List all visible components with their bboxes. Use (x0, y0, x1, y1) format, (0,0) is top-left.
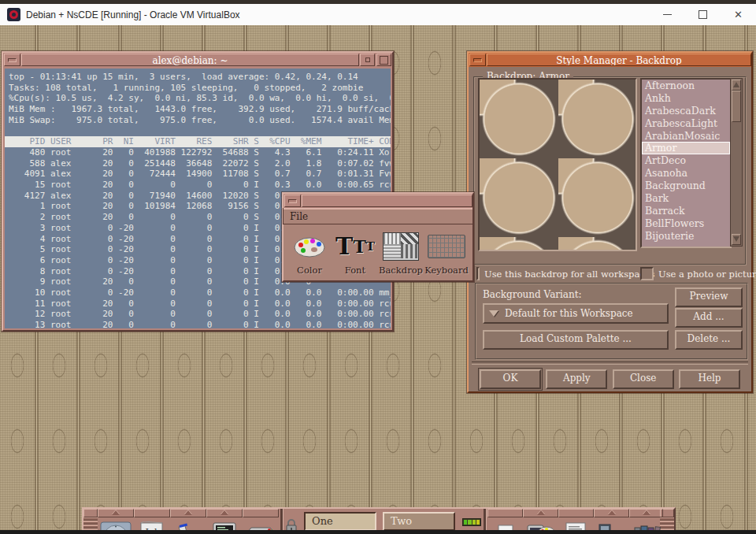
keyboard-launcher[interactable]: Keyboard (424, 231, 469, 276)
load-bar (476, 520, 480, 525)
add-button[interactable]: Add ... (675, 308, 743, 328)
vbox-titlebar[interactable]: Debian + NsCDE [Running] - Oracle VM Vir… (0, 4, 756, 26)
backdrop-list[interactable]: AfternoonAnkhArabescaDarkArabescaLightAr… (640, 78, 732, 248)
subpanel-tab-style[interactable] (523, 509, 558, 517)
vbox-window-title: Debian + NsCDE [Running] - Oracle VM Vir… (26, 9, 240, 20)
backdrop-list-item[interactable]: Bark (642, 192, 730, 205)
top-summary-line: MiB Mem : 1967.3 total, 1443.0 free, 392… (9, 104, 391, 115)
file-menu[interactable]: File (284, 211, 314, 222)
backdrop-list-item[interactable]: Background (642, 180, 730, 192)
subpanel-up-arrow-icon (643, 510, 650, 515)
backdrop-list-item[interactable]: Ankh (642, 92, 730, 105)
backdrop-list-item[interactable]: Armor (642, 142, 730, 154)
subpanel-tab-mail[interactable] (243, 509, 279, 517)
workspace-button-one[interactable]: One (304, 512, 376, 531)
backdrop-icon (383, 231, 419, 262)
iconify-button[interactable] (360, 54, 375, 66)
process-table-header: PID USER PR NI VIRT RES SHR S %CPU %MEM … (5, 136, 391, 147)
backdrop-list-item[interactable]: Bijouterie (642, 230, 730, 243)
backdrop-list-item[interactable]: Barrack (642, 205, 730, 217)
dialog-separator (472, 362, 748, 365)
window-menu-button[interactable] (469, 54, 486, 66)
top-summary-line: top - 01:13:41 up 15 min, 3 users, load … (9, 72, 391, 83)
color-launcher[interactable]: Color (287, 231, 332, 276)
style-manager-titlebar[interactable]: Style Manager - Backdrop (469, 53, 751, 67)
variant-groupbox: Background Variant: Default for this Wor… (475, 283, 748, 360)
process-row: 13 root 20 0 0 0 0 I 0.0 0.0 0:00.00 rcu… (9, 320, 391, 328)
process-row: 588 alex 20 0 251448 36648 22072 S 2.0 1… (9, 158, 391, 169)
terminal-titlebar[interactable]: alex@debian: ~ (3, 53, 392, 67)
font-icon: TTT (335, 231, 375, 262)
subpanel-tab-media[interactable] (594, 509, 629, 517)
subpanel-tab-terminal[interactable] (206, 509, 243, 517)
terminal-title: alex@debian: ~ (21, 54, 359, 66)
font-launcher[interactable]: TTT Font (333, 231, 377, 276)
load-bar (468, 520, 471, 525)
window-menu-button[interactable] (284, 195, 301, 207)
process-row: 10 root 0 -20 0 0 0 I 0.0 0.0 0:00.00 mm… (9, 287, 391, 299)
variant-dropdown[interactable]: Default for this Workspace (483, 303, 669, 324)
scrollbar-thumb[interactable] (732, 91, 741, 122)
checkbox-box[interactable] (476, 267, 480, 280)
backdrop-list-item[interactable]: Afternoon (642, 80, 730, 92)
subpanel-up-arrow-icon (184, 510, 192, 515)
file-window-titlebar[interactable] (284, 194, 472, 208)
maximize-button[interactable] (685, 4, 721, 25)
subpanel-up-arrow-icon (220, 510, 228, 515)
close-button[interactable]: ✕ (721, 4, 756, 25)
load-bar (464, 520, 467, 525)
backdrop-list-item[interactable]: ArabescaDark (642, 105, 730, 117)
close-button[interactable]: Close (613, 369, 674, 389)
subpanel-up-arrow-icon (112, 510, 120, 515)
checkbox-box[interactable] (640, 267, 654, 280)
maximize-icon (699, 10, 707, 19)
virtualbox-window: Debian + NsCDE [Running] - Oracle VM Vir… (0, 0, 756, 534)
backdrop-preview-armor (478, 78, 637, 251)
minimize-icon (663, 14, 672, 15)
top-summary-line: MiB Swap: 975.0 total, 975.0 free, 0.0 u… (9, 115, 391, 126)
subpanel-tab-calendar[interactable] (134, 509, 170, 517)
subpanel-tab-help[interactable] (629, 509, 663, 517)
backdrop-list-item[interactable]: BellFlowers (642, 217, 730, 230)
backdrop-list-item[interactable]: ArtDeco (642, 154, 730, 167)
subpanel-tab-files[interactable] (170, 509, 206, 517)
subpanel-up-arrow-icon (537, 510, 545, 515)
backdrop-list-item[interactable]: ArabianMosaic (642, 130, 730, 143)
ok-button[interactable]: OK (480, 369, 541, 389)
backdrop-launcher[interactable]: Backdrop (379, 231, 423, 276)
process-row: 15 root 20 0 0 0 0 I 0.3 0.0 0:00.65 rcu… (9, 180, 391, 191)
window-menu-icon (288, 199, 297, 203)
panel-menu-button[interactable] (83, 509, 98, 517)
subpanel-tab-editor[interactable] (558, 509, 594, 517)
backdrop-list-scrollbar[interactable] (730, 78, 743, 247)
preview-button[interactable]: Preview (675, 287, 743, 307)
subpanel-tab-clock[interactable] (98, 509, 134, 517)
backdrop-list-item[interactable]: Asanoha (642, 167, 730, 180)
process-row: 4091 alex 20 0 72444 14900 11708 S 0.7 0… (9, 169, 391, 180)
keyboard-icon (428, 231, 465, 262)
scroll-down-icon[interactable] (732, 234, 741, 245)
desktop-wallpaper: alex@debian: ~ top - 01:13:41 up 15 min,… (0, 25, 756, 530)
load-bar (472, 520, 476, 525)
maximize-window-icon (380, 56, 388, 65)
file-window-title (302, 195, 472, 207)
backdrop-list-item[interactable]: ArabescaLight (642, 117, 730, 130)
maximize-window-button[interactable] (376, 54, 391, 66)
window-menu-icon (8, 58, 17, 62)
palette-icon (293, 231, 326, 262)
minimize-button[interactable] (650, 4, 685, 25)
photo-checkbox[interactable]: Use a photo or picture (640, 267, 756, 280)
subpanel-up-arrow-icon (608, 510, 616, 515)
delete-button[interactable]: Delete ... (675, 330, 743, 350)
window-menu-icon (473, 58, 482, 62)
window-menu-button[interactable] (4, 54, 20, 66)
workspace-button-two[interactable]: Two (383, 512, 455, 531)
load-palette-button[interactable]: Load Custom Palette ... (483, 330, 669, 350)
style-manager-title: Style Manager - Backdrop (487, 54, 751, 66)
apply-button[interactable]: Apply (546, 369, 607, 389)
help-button[interactable]: Help (679, 369, 740, 389)
subpanel-tab-printer[interactable] (487, 509, 523, 517)
scroll-up-icon[interactable] (732, 80, 741, 91)
all-workspaces-checkbox[interactable]: Use this backdrop for all workspaces (476, 267, 640, 280)
process-row: 11 root 20 0 0 0 0 I 0.0 0.0 0:00.00 rcu… (9, 299, 391, 310)
